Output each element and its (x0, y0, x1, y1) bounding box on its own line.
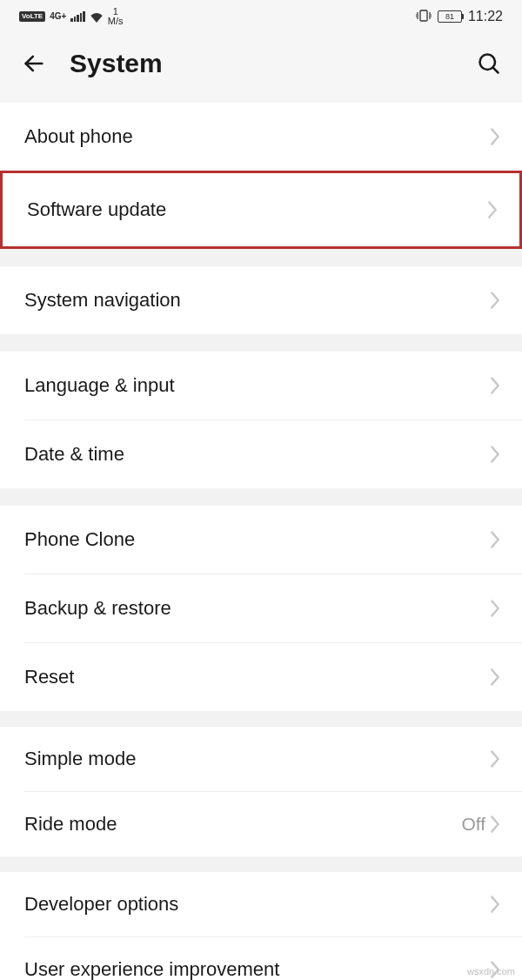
header: System (0, 33, 522, 103)
wifi-icon (90, 11, 104, 22)
list-item-backup-restore[interactable]: Backup & restore (0, 574, 522, 642)
list-item-label: Backup & restore (24, 597, 489, 620)
section-divider (0, 488, 522, 506)
list-item-phone-clone[interactable]: Phone Clone (0, 506, 522, 574)
list-item-label: User experience improvement (24, 958, 489, 980)
svg-rect-0 (420, 10, 427, 21)
network-indicator: 4G+ (50, 12, 66, 21)
list-item-label: Reset (24, 666, 489, 688)
list-item-user-experience[interactable]: User experience improvement (0, 937, 522, 980)
section-divider (0, 856, 522, 872)
chevron-right-icon (489, 668, 501, 687)
vibrate-icon (416, 10, 432, 24)
list-item-label: System navigation (24, 289, 489, 312)
list-item-developer-options[interactable]: Developer options (0, 872, 522, 936)
chevron-right-icon (486, 200, 499, 219)
list-item-label: Developer options (24, 893, 489, 916)
status-left: VoLTE 4G+ 1 M/s (19, 7, 124, 26)
list-item-about-phone[interactable]: About phone (0, 103, 522, 171)
chevron-right-icon (489, 815, 501, 834)
watermark: wsxdn.com (467, 966, 515, 977)
section-divider (0, 334, 522, 352)
highlight-box: Software update (0, 171, 522, 249)
chevron-right-icon (489, 599, 501, 618)
list-item-date-time[interactable]: Date & time (0, 420, 522, 488)
list-group: System navigation (0, 266, 522, 334)
list-item-system-navigation[interactable]: System navigation (0, 266, 522, 334)
list-item-label: Software update (27, 198, 486, 221)
list-item-ride-mode[interactable]: Ride mode Off (0, 792, 522, 856)
chevron-right-icon (489, 530, 501, 549)
clock: 11:22 (468, 9, 503, 24)
list-group: Developer options User experience improv… (0, 872, 522, 980)
chevron-right-icon (489, 291, 501, 310)
section-divider (0, 249, 522, 266)
list-item-simple-mode[interactable]: Simple mode (0, 727, 522, 791)
list-item-label: About phone (24, 125, 489, 148)
list-item-label: Ride mode (24, 813, 461, 836)
list-item-reset[interactable]: Reset (0, 643, 522, 711)
list-item-label: Language & input (24, 374, 489, 397)
list-group: Language & input Date & time (0, 352, 522, 488)
page-title: System (70, 49, 163, 78)
list-item-software-update[interactable]: Software update (3, 173, 519, 246)
section-divider (0, 711, 522, 727)
list-item-label: Simple mode (24, 748, 489, 770)
chevron-right-icon (489, 895, 501, 914)
battery-icon: 81 (438, 10, 462, 23)
list-group: About phone (0, 103, 522, 171)
svg-line-3 (493, 68, 499, 73)
list-item-label: Phone Clone (24, 528, 489, 551)
list-item-language-input[interactable]: Language & input (0, 352, 522, 420)
chevron-right-icon (489, 127, 501, 146)
signal-icon (70, 11, 85, 22)
chevron-right-icon (489, 376, 501, 395)
speed-indicator: 1 M/s (108, 7, 124, 26)
back-button[interactable] (21, 50, 47, 77)
chevron-right-icon (489, 749, 501, 769)
list-item-value: Off (461, 814, 485, 835)
list-group: Simple mode Ride mode Off (0, 727, 522, 856)
search-button[interactable] (475, 50, 503, 77)
list-group: Phone Clone Backup & restore Reset (0, 506, 522, 711)
status-bar: VoLTE 4G+ 1 M/s 81 11:22 (0, 0, 522, 33)
chevron-right-icon (489, 445, 501, 464)
list-item-label: Date & time (24, 443, 489, 466)
status-right: 81 11:22 (416, 9, 503, 24)
battery-level: 81 (438, 10, 462, 23)
volte-badge: VoLTE (19, 11, 45, 22)
